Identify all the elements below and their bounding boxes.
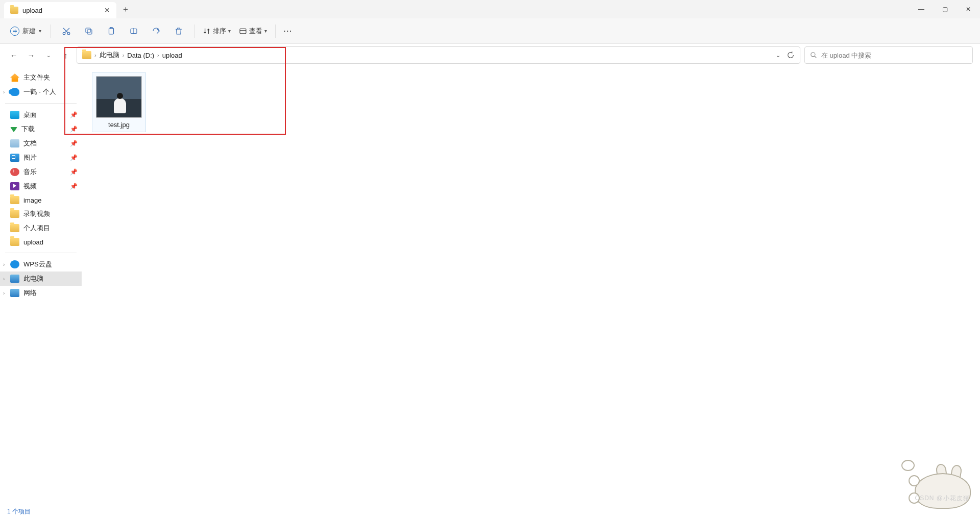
folder-icon xyxy=(10,196,19,204)
file-item[interactable]: test.jpg xyxy=(92,72,146,132)
sidebar-label: 图片 xyxy=(23,153,37,162)
pin-icon[interactable]: 📌 xyxy=(70,168,78,176)
sidebar-item-pictures[interactable]: 图片📌 xyxy=(0,151,82,165)
sidebar-label: 主文件夹 xyxy=(23,73,50,82)
cloud-icon xyxy=(10,88,19,96)
breadcrumb-item[interactable]: Data (D:) xyxy=(127,52,154,59)
up-button[interactable]: ↑ xyxy=(59,51,72,60)
sidebar-item-wps[interactable]: ›WPS云盘 xyxy=(0,257,82,272)
sidebar-label: 个人项目 xyxy=(23,224,50,233)
new-button[interactable]: 新建 ▾ xyxy=(6,24,45,38)
pin-icon[interactable]: 📌 xyxy=(70,111,78,118)
sidebar-item-folder-projects[interactable]: 个人项目 xyxy=(0,221,82,235)
title-bar: upload ✕ ＋ — ▢ ✕ xyxy=(0,0,980,18)
wps-icon xyxy=(10,260,19,268)
sidebar-label: WPS云盘 xyxy=(23,260,52,269)
download-icon xyxy=(10,127,17,132)
forward-button[interactable]: → xyxy=(24,51,38,60)
sidebar-item-network[interactable]: ›网络 xyxy=(0,286,82,300)
svg-rect-3 xyxy=(86,28,90,33)
delete-button[interactable] xyxy=(168,22,189,40)
pin-icon[interactable]: 📌 xyxy=(70,140,78,147)
sidebar-label: 下载 xyxy=(21,125,35,134)
chevron-right-icon: › xyxy=(94,52,96,58)
home-icon xyxy=(10,73,19,82)
breadcrumb-item[interactable]: 此电脑 xyxy=(100,51,119,60)
sidebar-label: 录制视频 xyxy=(23,209,50,218)
search-input[interactable] xyxy=(821,52,967,59)
sidebar-item-folder-upload[interactable]: upload xyxy=(0,235,82,249)
sort-icon xyxy=(203,27,211,35)
chevron-down-icon: ▾ xyxy=(39,28,41,34)
chevron-right-icon[interactable]: › xyxy=(3,262,5,267)
plus-circle-icon xyxy=(10,27,19,36)
sidebar-item-desktop[interactable]: 桌面📌 xyxy=(0,108,82,122)
minimize-button[interactable]: — xyxy=(910,0,933,18)
separator xyxy=(275,24,276,38)
sidebar-label: 桌面 xyxy=(23,110,37,119)
more-button[interactable]: ··· xyxy=(281,27,296,35)
folder-icon xyxy=(10,238,19,246)
sidebar-label: 音乐 xyxy=(23,167,37,177)
rename-button[interactable] xyxy=(124,22,144,40)
svg-rect-7 xyxy=(240,29,246,33)
sidebar-item-onedrive[interactable]: › 一鹤 - 个人 xyxy=(0,85,82,99)
pin-icon[interactable]: 📌 xyxy=(70,183,78,190)
desktop-icon xyxy=(10,111,19,119)
search-box[interactable] xyxy=(804,46,973,64)
network-icon xyxy=(10,289,19,297)
sidebar-item-folder-recording[interactable]: 录制视频 xyxy=(0,207,82,221)
window-tab[interactable]: upload ✕ xyxy=(4,2,116,18)
sidebar-label: upload xyxy=(23,238,43,246)
recent-dropdown[interactable]: ⌄ xyxy=(42,53,55,58)
breadcrumb-item[interactable]: upload xyxy=(162,52,182,59)
svg-rect-2 xyxy=(87,30,92,34)
chevron-down-icon[interactable]: ⌄ xyxy=(776,52,780,59)
sidebar-item-videos[interactable]: 视频📌 xyxy=(0,179,82,193)
sidebar-item-thispc[interactable]: ›此电脑 xyxy=(0,272,82,286)
chevron-right-icon[interactable]: › xyxy=(3,290,5,296)
svg-point-8 xyxy=(811,53,815,57)
search-icon xyxy=(810,52,817,59)
sort-button[interactable]: 排序 ▾ xyxy=(200,27,234,36)
window-controls: — ▢ ✕ xyxy=(910,0,980,18)
sidebar-item-music[interactable]: 音乐📌 xyxy=(0,165,82,179)
file-name: test.jpg xyxy=(108,121,130,129)
chevron-right-icon[interactable]: › xyxy=(3,89,5,95)
view-button[interactable]: 查看 ▾ xyxy=(236,27,270,36)
cut-button[interactable] xyxy=(56,22,77,40)
sidebar-item-documents[interactable]: 文档📌 xyxy=(0,136,82,151)
back-button[interactable]: ← xyxy=(7,51,20,60)
new-label: 新建 xyxy=(22,27,36,36)
copy-button[interactable] xyxy=(79,22,99,40)
folder-icon xyxy=(10,224,19,232)
pin-icon[interactable]: 📌 xyxy=(70,154,78,161)
sidebar-item-home[interactable]: 主文件夹 xyxy=(0,70,82,85)
chevron-down-icon: ▾ xyxy=(264,28,267,34)
pin-icon[interactable]: 📌 xyxy=(70,126,78,133)
tab-title: upload xyxy=(22,7,100,14)
folder-icon xyxy=(10,7,18,14)
sidebar-label: 此电脑 xyxy=(23,274,43,283)
toolbar: 新建 ▾ 排序 ▾ 查看 ▾ ··· xyxy=(0,18,980,44)
share-button[interactable] xyxy=(146,22,166,40)
folder-icon xyxy=(10,210,19,218)
item-count: 1 个项目 xyxy=(7,507,31,516)
close-window-button[interactable]: ✕ xyxy=(957,0,980,18)
chevron-right-icon: › xyxy=(157,52,159,58)
sidebar-item-downloads[interactable]: 下载📌 xyxy=(0,122,82,136)
status-bar: 1 个项目 xyxy=(0,505,980,518)
close-tab-icon[interactable]: ✕ xyxy=(104,6,110,14)
address-bar[interactable]: › 此电脑 › Data (D:) › upload ⌄ xyxy=(77,46,800,64)
separator xyxy=(194,24,194,38)
maximize-button[interactable]: ▢ xyxy=(933,0,957,18)
sidebar-item-folder-image[interactable]: image xyxy=(0,193,82,207)
music-icon xyxy=(10,168,19,176)
file-list-area[interactable]: test.jpg xyxy=(82,66,980,505)
chevron-right-icon: › xyxy=(122,52,125,58)
chevron-right-icon[interactable]: › xyxy=(3,276,5,282)
paste-button[interactable] xyxy=(101,22,121,40)
new-tab-button[interactable]: ＋ xyxy=(116,0,135,18)
sidebar-label: image xyxy=(23,196,41,204)
refresh-icon[interactable] xyxy=(787,51,795,59)
